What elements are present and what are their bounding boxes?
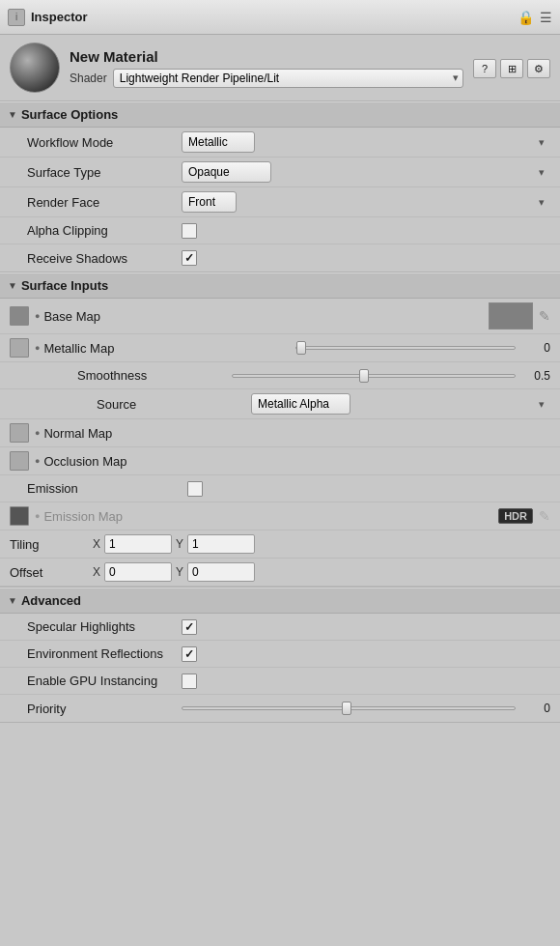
tiling-x-input[interactable] [104, 534, 172, 554]
normal-map-label-container: ● Normal Map [35, 426, 550, 441]
tiling-y-input[interactable] [187, 534, 255, 554]
emission-map-thumb-small [10, 506, 29, 526]
env-reflections-checkbox[interactable] [182, 646, 197, 662]
render-face-select[interactable]: Front Back Both [182, 191, 237, 213]
priority-slider-track[interactable] [182, 706, 516, 710]
shader-select[interactable]: Lightweight Render Pipeline/Lit [113, 69, 463, 88]
offset-row: Offset X Y [0, 559, 560, 587]
surface-type-label: Surface Type [27, 165, 182, 180]
menu-icon[interactable]: ☰ [540, 10, 552, 25]
base-map-dot: ● [35, 311, 40, 321]
emission-checkbox[interactable] [187, 481, 203, 497]
metallic-slider-thumb[interactable] [296, 341, 306, 355]
smoothness-slider-container: 0.5 [232, 369, 550, 383]
specular-highlights-value [182, 619, 550, 635]
tiling-label: Tiling [10, 537, 87, 552]
smoothness-slider-track[interactable] [232, 374, 516, 378]
offset-x-label: X [93, 565, 100, 579]
help-button[interactable]: ? [473, 59, 496, 78]
workflow-mode-select[interactable]: Metallic Specular [182, 131, 255, 153]
inspector-icon: i [8, 9, 25, 26]
tiling-y-label: Y [176, 537, 183, 551]
metallic-map-dot: ● [35, 343, 40, 353]
base-map-thumb-small [10, 306, 29, 326]
render-face-select-wrap: Front Back Both [182, 191, 550, 213]
shader-label: Shader [70, 72, 107, 85]
smoothness-row: Smoothness 0.5 [0, 362, 560, 389]
layout-button[interactable]: ⊞ [500, 59, 523, 78]
metallic-map-label: Metallic Map [43, 341, 114, 356]
priority-slider-container: 0 [182, 702, 550, 715]
surface-type-select-wrap: Opaque Transparent [182, 161, 550, 183]
receive-shadows-row: Receive Shadows [0, 244, 560, 272]
workflow-mode-label: Workflow Mode [27, 135, 182, 150]
receive-shadows-label: Receive Shadows [27, 251, 182, 266]
gpu-instancing-label: Enable GPU Instancing [27, 674, 182, 688]
occlusion-map-thumb-small [10, 451, 29, 471]
base-map-row: ● Base Map ✎ [0, 299, 560, 334]
lock-icon[interactable]: 🔒 [518, 10, 534, 25]
metallic-slider-track[interactable] [295, 346, 516, 350]
specular-highlights-label: Specular Highlights [27, 619, 182, 634]
advanced-arrow: ▼ [8, 595, 17, 606]
surface-inputs-section: ▼ Surface Inputs ● Base Map ✎ ● Metallic… [0, 272, 560, 588]
base-map-pencil-icon[interactable]: ✎ [539, 308, 550, 324]
priority-slider-thumb[interactable] [342, 702, 351, 715]
material-actions: ? ⊞ ⚙ [473, 57, 550, 78]
settings-button[interactable]: ⚙ [527, 59, 550, 78]
advanced-header[interactable]: ▼ Advanced [0, 588, 560, 614]
emission-label: Emission [27, 481, 182, 496]
base-map-label: Base Map [43, 309, 100, 324]
workflow-mode-value: Metallic Specular [182, 131, 550, 153]
emission-row: Emission [0, 475, 560, 502]
metallic-map-label-container: ● Metallic Map [35, 341, 290, 356]
tiling-coords: X Y [93, 534, 550, 554]
hdr-button[interactable]: HDR [498, 508, 533, 524]
surface-inputs-header[interactable]: ▼ Surface Inputs [0, 272, 560, 299]
alpha-clipping-value [182, 223, 550, 239]
surface-type-row: Surface Type Opaque Transparent [0, 158, 560, 187]
occlusion-map-row: ● Occlusion Map [0, 447, 560, 475]
base-map-color[interactable] [489, 302, 533, 330]
normal-map-thumb-small [10, 423, 29, 443]
priority-value: 0 [182, 702, 550, 715]
receive-shadows-checkbox[interactable] [182, 250, 197, 266]
normal-map-row: ● Normal Map [0, 419, 560, 447]
shader-select-wrapper: Lightweight Render Pipeline/Lit [113, 69, 463, 88]
occlusion-map-dot: ● [35, 456, 40, 466]
tiling-row: Tiling X Y [0, 530, 560, 559]
material-header: New Material Shader Lightweight Render P… [0, 35, 560, 101]
alpha-clipping-checkbox[interactable] [182, 223, 197, 239]
specular-highlights-checkbox[interactable] [182, 619, 197, 635]
env-reflections-row: Environment Reflections [0, 641, 560, 668]
surface-options-header[interactable]: ▼ Surface Options [0, 101, 560, 128]
gpu-instancing-checkbox[interactable] [182, 674, 197, 689]
occlusion-map-label-container: ● Occlusion Map [35, 454, 550, 469]
alpha-clipping-label: Alpha Clipping [27, 223, 182, 238]
offset-x-input[interactable] [104, 562, 172, 582]
workflow-mode-select-wrap: Metallic Specular [182, 131, 550, 153]
source-select[interactable]: Metallic Alpha Albedo Alpha [251, 393, 350, 415]
specular-highlights-row: Specular Highlights [0, 614, 560, 641]
emission-pencil-icon[interactable]: ✎ [539, 508, 550, 524]
smoothness-slider-thumb[interactable] [359, 369, 369, 383]
surface-inputs-arrow: ▼ [8, 280, 17, 291]
metallic-slider-container: 0 [295, 341, 550, 355]
normal-map-label: Normal Map [43, 426, 112, 441]
priority-row: Priority 0 [0, 695, 560, 722]
inspector-title: Inspector [31, 10, 88, 24]
render-face-row: Render Face Front Back Both [0, 187, 560, 217]
surface-inputs-title: Surface Inputs [21, 278, 108, 293]
offset-y-input[interactable] [187, 562, 255, 582]
source-row: Source Metallic Alpha Albedo Alpha [0, 389, 560, 419]
priority-label: Priority [27, 702, 182, 716]
metallic-map-thumb-small [10, 338, 29, 358]
surface-options-arrow: ▼ [8, 109, 17, 120]
title-bar-actions: 🔒 ☰ [518, 10, 552, 25]
surface-type-value: Opaque Transparent [182, 161, 550, 183]
emission-map-dot: ● [35, 511, 40, 521]
offset-label: Offset [10, 565, 87, 580]
offset-coords: X Y [93, 562, 550, 582]
alpha-clipping-row: Alpha Clipping [0, 217, 560, 244]
surface-type-select[interactable]: Opaque Transparent [182, 161, 271, 183]
